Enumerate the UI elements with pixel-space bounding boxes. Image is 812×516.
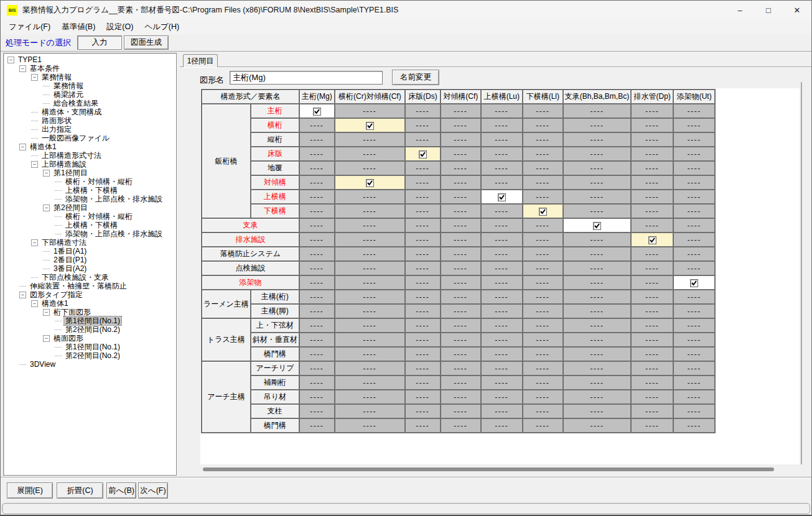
collapse-minus-icon[interactable]: − xyxy=(43,170,50,177)
prev-button[interactable]: 前へ(B) xyxy=(106,482,136,499)
mode-input-button[interactable]: 入力 xyxy=(77,35,122,50)
tree-node-label[interactable]: 1番目(A1) xyxy=(52,247,88,256)
checkbox-checked-icon[interactable] xyxy=(366,122,374,130)
tree-node[interactable]: −第1径間目 xyxy=(4,168,176,177)
tree-node-label[interactable]: 下部構造寸法 xyxy=(40,238,88,247)
tree-node-label[interactable]: 上横構・下横構 xyxy=(64,221,119,229)
tree-node[interactable]: −下部構造寸法 xyxy=(4,238,176,247)
matrix-cell-checked[interactable] xyxy=(631,233,673,247)
tree-node-label[interactable]: 添架物・上部点検・排水施設 xyxy=(64,229,164,238)
tree-node-label[interactable]: 添架物・上部点検・排水施設 xyxy=(64,195,164,203)
tree-node-label[interactable]: 横桁・対傾構・縦桁 xyxy=(64,212,134,221)
next-button[interactable]: 次へ(F) xyxy=(138,482,168,499)
tree-node[interactable]: −業務情報 xyxy=(4,73,176,81)
tree-node-label[interactable]: 上部構造形式寸法 xyxy=(40,151,103,160)
menu-file[interactable]: ファイル(F) xyxy=(3,20,56,34)
tree-node[interactable]: 横桁・対傾構・縦桁 xyxy=(4,177,176,186)
collapse-minus-icon[interactable]: − xyxy=(31,161,38,168)
tree-node-label[interactable]: 横桁・対傾構・縦桁 xyxy=(64,177,134,186)
tree-node-label[interactable]: 業務情報 xyxy=(40,73,73,81)
tree-node[interactable]: −図形タイプ指定 xyxy=(4,290,176,299)
tree-node[interactable]: 上横構・下横構 xyxy=(4,186,176,195)
tree-node-label[interactable]: 構造体・支間構成 xyxy=(40,108,103,116)
tree-node[interactable]: 路面形状 xyxy=(4,116,176,125)
tree-node[interactable]: 出力指定 xyxy=(4,125,176,134)
tree-node[interactable]: −橋面図形 xyxy=(4,334,176,343)
tree-node-label[interactable]: 構造体1 xyxy=(40,299,70,308)
tree-node[interactable]: 横桁・対傾構・縦桁 xyxy=(4,212,176,221)
matrix-cell-checked[interactable] xyxy=(405,147,441,161)
matrix-cell-checked[interactable] xyxy=(335,118,405,132)
collapse-button[interactable]: 折畳(C) xyxy=(57,482,103,499)
tree-node[interactable]: 上部構造形式寸法 xyxy=(4,151,176,160)
tree-node[interactable]: 2番目(P1) xyxy=(4,256,176,264)
tree-node-label[interactable]: 図形タイプ指定 xyxy=(29,290,84,299)
tree-node[interactable]: 構造体・支間構成 xyxy=(4,108,176,116)
tree-node[interactable]: 総合検査結果 xyxy=(4,99,176,108)
matrix-cell-checked[interactable] xyxy=(523,204,563,218)
tree-node-label[interactable]: 第2径間目 xyxy=(52,203,89,212)
checkbox-checked-icon[interactable] xyxy=(690,279,698,287)
checkbox-checked-icon[interactable] xyxy=(419,150,427,159)
tree-node-label[interactable]: 出力指定 xyxy=(40,125,73,134)
tree-node[interactable]: 3番目(A2) xyxy=(4,264,176,273)
tree-node-label[interactable]: TYPE1 xyxy=(17,55,43,64)
checkbox-checked-icon[interactable] xyxy=(498,193,506,201)
collapse-minus-icon[interactable]: − xyxy=(43,309,50,316)
collapse-minus-icon[interactable]: − xyxy=(43,335,50,342)
shape-name-input[interactable] xyxy=(230,71,383,85)
tree-node[interactable]: −第2径間目 xyxy=(4,203,176,212)
tree-node[interactable]: 業務情報 xyxy=(4,81,176,90)
matrix-cell-checked[interactable] xyxy=(335,175,405,190)
checkbox-checked-icon[interactable] xyxy=(313,108,321,116)
tree-node-label[interactable]: 桁下面図形 xyxy=(52,308,92,316)
tree-node[interactable]: 第1径間目(No.1) xyxy=(4,316,176,325)
collapse-minus-icon[interactable]: − xyxy=(19,292,26,298)
tree-node[interactable]: 3DView xyxy=(4,360,176,369)
tree-node[interactable]: 添架物・上部点検・排水施設 xyxy=(4,195,176,203)
tree-node[interactable]: 第2径間目(No.2) xyxy=(4,351,176,360)
checkbox-checked-icon[interactable] xyxy=(366,179,374,187)
tree-node[interactable]: 一般図画像ファイル xyxy=(4,134,176,142)
tree-node[interactable]: 添架物・上部点検・排水施設 xyxy=(4,229,176,238)
close-icon[interactable]: ✕ xyxy=(783,1,811,19)
menu-settings[interactable]: 設定(O) xyxy=(101,20,139,34)
tree-node-label[interactable]: 第2径間目(No.2) xyxy=(64,325,121,334)
tree-node-label[interactable]: 第1径間目 xyxy=(52,168,89,177)
tree-node-label[interactable]: 橋面図形 xyxy=(52,334,85,343)
horizontal-scrollbar[interactable] xyxy=(203,468,774,471)
tree-node-label[interactable]: 下部点検施設・支承 xyxy=(40,273,110,282)
collapse-minus-icon[interactable]: − xyxy=(7,57,14,63)
tab-span-1[interactable]: 1径間目 xyxy=(183,54,218,67)
checkbox-checked-icon[interactable] xyxy=(593,222,601,230)
tree-node-label[interactable]: 総合検査結果 xyxy=(52,99,100,108)
tree-node-label[interactable]: 上部構造施設 xyxy=(40,160,88,168)
collapse-minus-icon[interactable]: − xyxy=(31,74,38,81)
expand-button[interactable]: 展開(E) xyxy=(7,482,53,499)
checkbox-checked-icon[interactable] xyxy=(539,208,547,216)
mode-drawing-generate-button[interactable]: 図面生成 xyxy=(124,35,169,50)
tree-node-label[interactable]: 構造体1 xyxy=(29,142,58,151)
tree-node[interactable]: −構造体1 xyxy=(4,299,176,308)
tree-node-label[interactable]: 第2径間目(No.2) xyxy=(64,351,121,360)
tree-node[interactable]: 伸縮装置・袖擁壁・落橋防止 xyxy=(4,282,176,290)
menu-reference-values[interactable]: 基準値(B) xyxy=(56,20,101,34)
vertical-scrollbar[interactable] xyxy=(801,82,802,464)
tree-node[interactable]: 上横構・下横構 xyxy=(4,221,176,229)
matrix-cell-checked[interactable] xyxy=(481,190,523,204)
tree-node-label[interactable]: 伸縮装置・袖擁壁・落橋防止 xyxy=(29,282,128,290)
tree-node-label[interactable]: 3DView xyxy=(29,360,57,369)
maximize-icon[interactable]: □ xyxy=(754,1,783,19)
tree-node[interactable]: −桁下面図形 xyxy=(4,308,176,316)
tree-node-label[interactable]: 第1径間目(No.1) xyxy=(64,343,121,351)
tree-node-label[interactable]: 第1径間目(No.1) xyxy=(64,316,121,325)
tree-node-label[interactable]: 橋梁諸元 xyxy=(52,90,85,99)
tree-node-label[interactable]: 上横構・下横構 xyxy=(64,186,119,195)
matrix-cell-checked[interactable] xyxy=(299,104,335,118)
collapse-minus-icon[interactable]: − xyxy=(19,65,26,72)
tree-node-label[interactable]: 基本条件 xyxy=(29,64,61,73)
tree-node[interactable]: 第1径間目(No.1) xyxy=(4,343,176,351)
tree-node-label[interactable]: 業務情報 xyxy=(52,81,85,90)
tree-node[interactable]: 橋梁諸元 xyxy=(4,90,176,99)
tree-node-label[interactable]: 路面形状 xyxy=(40,116,73,125)
